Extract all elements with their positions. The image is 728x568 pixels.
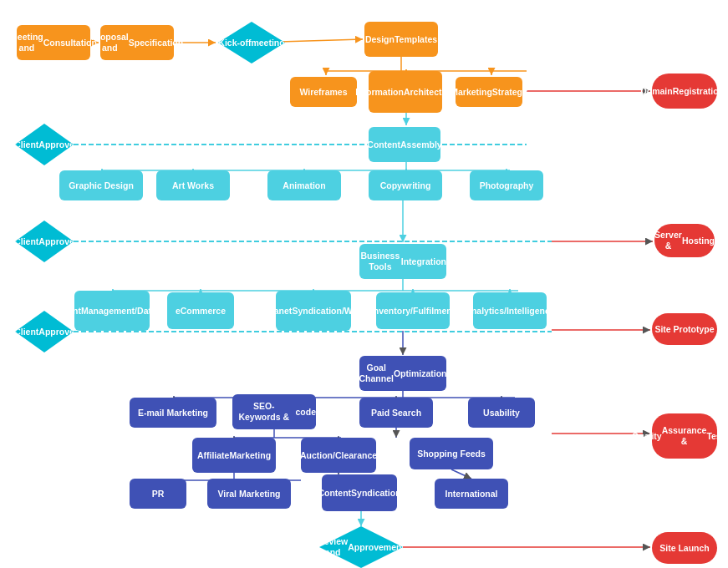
ecommerce: eCommerce [167,292,234,329]
review: Review andApprovement [319,526,403,568]
affiliate: AffiliateMarketing [192,438,276,473]
animation: Animation [267,170,341,200]
client_approve2: ClientApprove [15,221,74,262]
qa_testing: QualityAssurance &Testing [652,413,717,459]
art_works: Art Works [156,170,230,200]
inventory: Inventory/Fulfilment [376,292,450,329]
design_templates: DesignTemplates [364,22,438,57]
server_hosting: Server &Hosting [654,224,715,257]
auction: Auction/Clearance [301,438,376,473]
analytics: Analytics/Intelligence [473,292,547,329]
client_approve1: ClientApprove [15,124,74,165]
international: International [435,479,508,509]
photography: Photography [470,170,543,200]
biz_tools: Business ToolsIntegration [359,244,446,279]
domain: DomainRegistrations [652,74,717,109]
content_mgmt: ContentManagement/Database [74,291,150,331]
site_launch: Site Launch [652,532,717,564]
usability: Usability [468,398,535,428]
paid_search: Paid Search [359,398,433,428]
content_assembly: ContentAssembly [369,127,440,162]
meeting: Meeting andConsultation [17,25,90,60]
viral: Viral Marketing [207,479,291,509]
wireframes: Wireframes [290,77,357,107]
proposal: Proposal andSpecification [100,25,174,60]
info_arch: InformationArchitecture [369,71,442,113]
email_marketing: E-mail Marketing [130,398,216,428]
site_prototype: Site Prototype [652,313,717,345]
content_syndication: ContentSyndication [322,474,397,511]
graphic_design: Graphic Design [59,170,143,200]
shopping_feeds: Shopping Feeds [410,438,493,469]
intranet: IntranetSyndication/Wikis [276,291,351,331]
goal_channel: Goal ChannelOptimization [359,356,446,391]
pr: PR [130,479,186,509]
client_approve3: ClientApprove [15,311,74,352]
seo: SEO-Keywords &code [232,394,316,429]
copywriting: Copywriting [369,170,442,200]
marketing_strategy: MarketingStrategy [456,77,522,107]
kickoff: Kick-offmeeting [218,22,285,63]
